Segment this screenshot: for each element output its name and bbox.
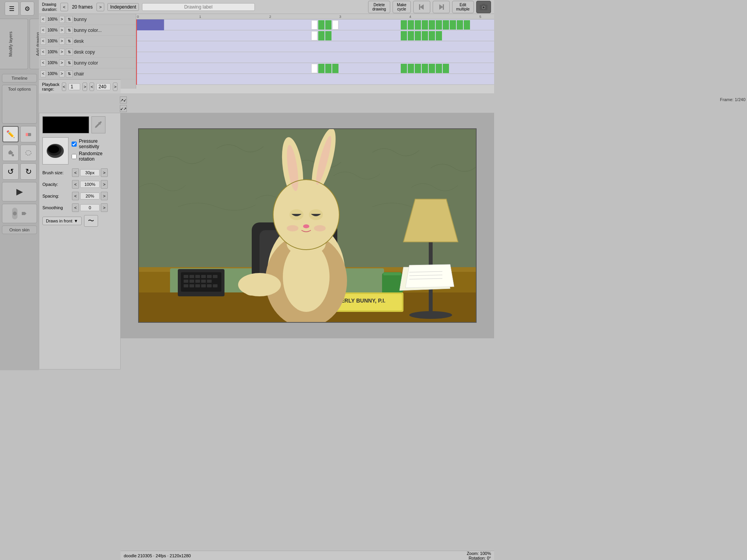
bunny-pct-value: 100%	[47, 17, 58, 21]
brush-size-increase[interactable]: >	[101, 168, 108, 177]
svg-rect-46	[189, 284, 194, 287]
color-picker-row	[42, 116, 117, 133]
tool-options-button[interactable]: Tool options	[2, 85, 37, 124]
bunny-color-pct-decrease[interactable]: <	[40, 27, 46, 34]
prev-frame-icon[interactable]	[413, 1, 430, 13]
bunny-color2-arrows[interactable]: ⇅	[66, 60, 73, 66]
volume-control[interactable]	[2, 204, 37, 223]
bunny-pct-increase[interactable]: >	[59, 16, 65, 23]
spacing-control: < 20% >	[72, 192, 108, 200]
svg-marker-6	[22, 212, 26, 215]
svg-rect-41	[189, 280, 194, 283]
expand-down-button[interactable]: ↙↗	[120, 105, 127, 112]
hamburger-icon[interactable]: ☰	[5, 2, 19, 16]
brush-size-label: Brush size:	[42, 170, 70, 175]
chair-pct-increase[interactable]: >	[59, 70, 65, 77]
duration-increase-button[interactable]: >	[96, 3, 104, 11]
timeline-button[interactable]: Timeline	[2, 74, 37, 82]
brush-tool[interactable]: ✏️	[2, 126, 19, 142]
svg-rect-44	[207, 280, 212, 283]
wave-button[interactable]: 〜	[84, 215, 98, 227]
timeline-cells-area: 0 1 2 3 4 5	[136, 14, 494, 89]
brush-size-value: 30px	[80, 169, 100, 176]
svg-point-17	[48, 145, 59, 153]
canvas-image[interactable]: BEVERLY BUNNY, P.I.	[138, 128, 477, 323]
timeline-ruler: 0 1 2 3 4 5	[136, 14, 494, 19]
pb-start-decrease[interactable]: <	[62, 82, 67, 91]
eyedropper-button[interactable]	[91, 116, 105, 133]
smoothing-decrease[interactable]: <	[72, 203, 79, 212]
track-labels: < 100% > ⇅ bunny < 100% > ⇅ bunny color.…	[39, 14, 136, 89]
bunny-color-arrows[interactable]: ⇅	[66, 27, 73, 34]
pb-end-increase[interactable]: >	[113, 82, 117, 91]
drawing-label-input[interactable]	[142, 3, 255, 11]
duration-decrease-button[interactable]: <	[60, 3, 68, 11]
play-button[interactable]: ▶	[2, 182, 37, 201]
brush-size-decrease[interactable]: <	[72, 168, 79, 177]
opacity-increase[interactable]: >	[101, 180, 108, 189]
eraser-tool[interactable]	[20, 126, 37, 142]
svg-marker-7	[420, 4, 424, 10]
fill-tool[interactable]	[2, 145, 19, 161]
track-row-bunny: < 100% > ⇅ bunny	[39, 14, 136, 25]
opacity-decrease[interactable]: <	[72, 180, 79, 189]
smoothing-control: < 0 >	[72, 203, 108, 212]
chair-pct-decrease[interactable]: <	[40, 70, 46, 77]
dropdown-arrow-icon: ▼	[74, 219, 78, 223]
settings-icon[interactable]: ⚙	[20, 2, 34, 16]
svg-rect-49	[207, 284, 212, 287]
spacing-decrease[interactable]: <	[72, 192, 79, 200]
randomize-rotation-row: Randomize rotation	[72, 151, 117, 162]
camera-button[interactable]	[476, 1, 491, 13]
desk-copy-pct-decrease[interactable]: <	[40, 49, 46, 56]
left-sidebar: ☰ ⚙ Modify layers Add drawing Timeline T…	[0, 0, 39, 370]
spacing-increase[interactable]: >	[101, 192, 108, 200]
svg-rect-36	[195, 275, 200, 278]
lasso-tool[interactable]	[20, 145, 37, 161]
pb-end-decrease[interactable]: <	[89, 82, 94, 91]
svg-point-76	[243, 282, 260, 296]
smoothing-increase[interactable]: >	[101, 203, 108, 212]
pressure-sensitivity-checkbox[interactable]	[72, 142, 77, 147]
desk-arrows[interactable]: ⇅	[66, 38, 73, 45]
svg-rect-48	[201, 284, 206, 287]
expand-up-button[interactable]: ↗↙	[120, 96, 127, 103]
randomize-rotation-checkbox[interactable]	[72, 154, 77, 159]
checkboxes-column: Pressure sensitivity Randomize rotation	[72, 138, 117, 163]
desk-cells-row	[136, 41, 494, 52]
color-swatch[interactable]	[42, 116, 89, 133]
desk-copy-pct-increase[interactable]: >	[59, 49, 65, 56]
draws-in-front-dropdown[interactable]: Draws in front ▼	[42, 217, 82, 225]
desk-copy-arrows[interactable]: ⇅	[66, 49, 73, 56]
spacing-value: 20%	[80, 192, 100, 200]
delete-drawing-button[interactable]: Delete drawing	[368, 1, 390, 13]
expand-buttons: ↗↙ ↙↗	[120, 96, 127, 112]
wave-symbol: 〜	[88, 217, 94, 225]
playback-start-input[interactable]	[68, 83, 80, 90]
modify-layers-button[interactable]: Modify layers	[0, 19, 28, 69]
svg-rect-39	[213, 275, 217, 278]
redo-button[interactable]: ↻	[20, 163, 37, 180]
next-frame-icon[interactable]	[433, 1, 450, 13]
svg-rect-50	[213, 284, 217, 287]
desk-pct-decrease[interactable]: <	[40, 38, 46, 45]
chair-arrows[interactable]: ⇅	[66, 70, 73, 77]
playback-end-input[interactable]	[96, 83, 110, 90]
bunny-color2-pct-increase[interactable]: >	[59, 60, 65, 66]
edit-multiple-button[interactable]: Edit multiple	[452, 1, 474, 13]
draws-in-front-row: Draws in front ▼ 〜	[42, 215, 117, 227]
bunny-color-pct-increase[interactable]: >	[59, 27, 65, 34]
smoothing-value: 0	[80, 204, 100, 211]
bunny-color2-pct-decrease[interactable]: <	[40, 60, 46, 66]
onion-skin-button[interactable]: Onion skin	[2, 226, 37, 234]
independent-dropdown[interactable]: Independent	[107, 3, 139, 11]
bunny-color2-track-name: bunny color	[74, 60, 98, 66]
desk-pct-increase[interactable]: >	[59, 38, 65, 45]
bunny-arrows[interactable]: ⇅	[66, 16, 73, 23]
svg-point-75	[238, 273, 281, 296]
svg-rect-31	[383, 272, 401, 275]
make-cycle-button[interactable]: Make cycle	[393, 1, 410, 13]
bunny-pct-decrease[interactable]: <	[40, 16, 46, 23]
pb-start-increase[interactable]: >	[82, 82, 87, 91]
undo-button[interactable]: ↺	[2, 163, 19, 180]
